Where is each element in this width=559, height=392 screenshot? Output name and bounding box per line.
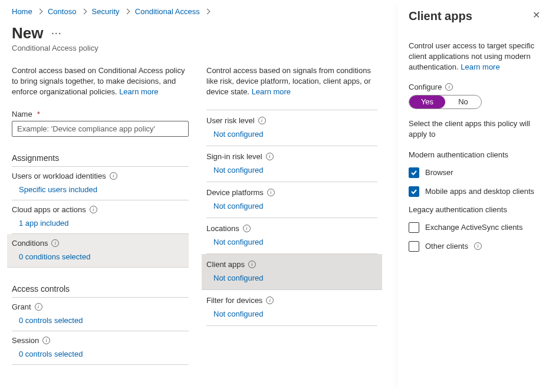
info-icon[interactable] [474,242,482,250]
condition-status[interactable]: Not configured [213,166,264,174]
info-icon[interactable] [51,239,59,247]
condition-row-device-platforms[interactable]: Device platformsNot configured [206,182,377,218]
grant-heading: Grant [12,302,31,311]
breadcrumb-conditional-access[interactable]: Conditional Access [135,7,200,16]
configure-label: Configure [409,83,442,91]
info-icon[interactable] [243,225,251,232]
breadcrumb-contoso[interactable]: Contoso [48,7,76,16]
close-panel-button[interactable]: ✕ [530,8,542,22]
users-status[interactable]: Specific users included [19,185,97,194]
users-heading: Users or workload identities [12,172,106,180]
page-title: New [12,24,43,42]
condition-status[interactable]: Not configured [213,238,264,246]
conditions-status[interactable]: 0 conditions selected [19,252,90,261]
info-icon[interactable] [90,206,97,213]
assignments-heading: Assignments [12,153,189,167]
name-label: Name* [12,110,189,118]
exchange-activesync-checkbox[interactable] [409,222,419,233]
mobile-desktop-checkbox[interactable] [409,186,419,197]
name-input[interactable] [12,121,189,137]
learn-more-link[interactable]: Learn more [252,87,291,96]
legacy-auth-heading: Legacy authentication clients [409,205,542,214]
condition-heading: User risk level [206,116,255,125]
conditions-intro: Control access based on signals from con… [206,65,377,98]
panel-description: Control user access to target specific c… [409,41,542,73]
info-icon[interactable] [266,153,274,160]
condition-row-locations[interactable]: LocationsNot configured [206,218,377,254]
more-actions-button[interactable]: ··· [51,29,62,38]
cloud-apps-heading: Cloud apps or actions [12,205,86,214]
intro-text: Control access based on Conditional Acce… [12,65,189,98]
info-icon[interactable] [110,172,117,180]
cloud-apps-status[interactable]: 1 app included [19,219,69,228]
learn-more-link[interactable]: Learn more [119,87,158,96]
chevron-right-icon [205,8,209,15]
breadcrumb: Home Contoso Security Conditional Access [12,7,393,16]
condition-heading: Device platforms [206,188,264,197]
condition-status[interactable]: Not configured [213,309,264,318]
session-row[interactable]: Session 0 controls selected [12,331,189,365]
condition-status[interactable]: Not configured [213,202,264,210]
condition-heading: Sign-in risk level [206,152,262,161]
condition-row-user-risk-level[interactable]: User risk levelNot configured [206,110,377,146]
grant-row[interactable]: Grant 0 controls selected [12,298,189,331]
browser-label: Browser [425,168,453,177]
panel-learn-more-link[interactable]: Learn more [461,62,499,71]
browser-checkbox[interactable] [409,167,419,178]
session-status[interactable]: 0 controls selected [19,350,83,358]
condition-status[interactable]: Not configured [213,130,264,139]
conditions-heading: Conditions [12,239,48,248]
condition-status[interactable]: Not configured [213,274,264,282]
access-controls-heading: Access controls [12,284,189,298]
cloud-apps-row[interactable]: Cloud apps or actions 1 app included [12,200,189,234]
info-icon[interactable] [35,303,42,311]
condition-row-filter-for-devices[interactable]: Filter for devicesNot configured [206,290,377,326]
info-icon[interactable] [266,297,274,304]
session-heading: Session [12,336,39,345]
conditions-row[interactable]: Conditions 0 conditions selected [7,234,189,268]
condition-heading: Filter for devices [206,296,262,305]
client-apps-panel: Client apps ✕ Control user access to tar… [397,0,559,392]
info-icon[interactable] [42,337,50,344]
breadcrumb-security[interactable]: Security [92,7,120,16]
condition-heading: Client apps [206,260,245,269]
condition-row-sign-in-risk-level[interactable]: Sign-in risk levelNot configured [206,146,377,182]
grant-status[interactable]: 0 controls selected [19,316,83,325]
condition-heading: Locations [206,224,239,233]
toggle-no[interactable]: No [445,95,481,108]
modern-auth-heading: Modern authentication clients [409,150,542,159]
exchange-activesync-label: Exchange ActiveSync clients [425,223,522,232]
mobile-desktop-label: Mobile apps and desktop clients [425,187,534,196]
toggle-yes[interactable]: Yes [409,95,445,108]
configure-toggle[interactable]: Yes No [409,95,482,109]
chevron-right-icon [125,8,129,15]
chevron-right-icon [82,8,86,15]
other-clients-checkbox[interactable] [409,241,419,252]
chevron-right-icon [38,8,42,15]
page-subtitle: Conditional Access policy [12,44,393,52]
info-icon[interactable] [248,261,256,268]
info-icon[interactable] [258,117,266,124]
info-icon[interactable] [445,83,453,91]
info-icon[interactable] [267,189,275,196]
condition-row-client-apps[interactable]: Client appsNot configured [202,254,382,290]
breadcrumb-home[interactable]: Home [12,7,32,16]
select-client-apps-label: Select the client apps this policy will … [409,118,542,140]
other-clients-label: Other clients [425,242,468,251]
users-row[interactable]: Users or workload identities Specific us… [12,167,189,200]
panel-title: Client apps [409,9,472,23]
